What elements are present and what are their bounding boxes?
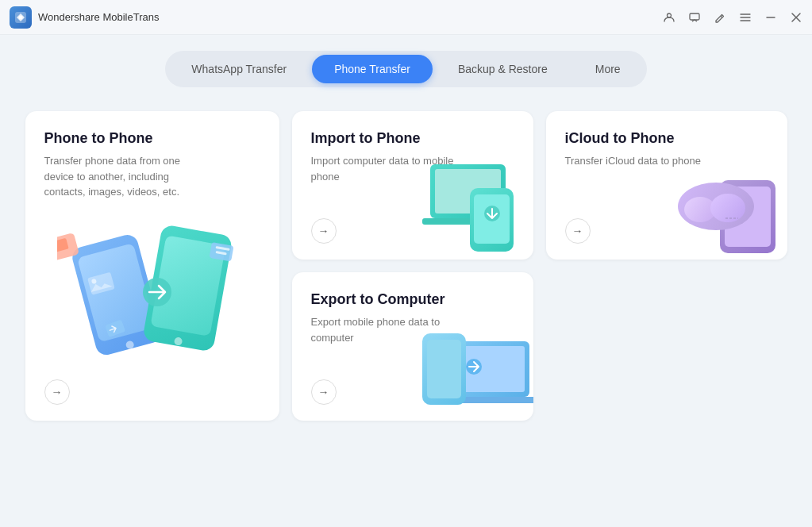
card-import-to-phone[interactable]: Import to Phone Import computer data to … bbox=[292, 111, 533, 260]
svg-point-2 bbox=[668, 13, 672, 17]
close-icon[interactable] bbox=[790, 11, 802, 24]
svg-rect-34 bbox=[427, 340, 461, 398]
card-export-to-computer[interactable]: Export to Computer Export mobile phone d… bbox=[292, 272, 533, 421]
svg-rect-3 bbox=[690, 13, 699, 20]
card-export-title: Export to Computer bbox=[311, 291, 514, 308]
account-icon[interactable] bbox=[663, 11, 675, 24]
svg-point-1 bbox=[19, 15, 23, 19]
edit-icon[interactable] bbox=[714, 11, 726, 24]
cards-grid: Phone to Phone Transfer phone data from … bbox=[25, 111, 787, 421]
menu-icon[interactable] bbox=[739, 11, 752, 24]
tab-backup[interactable]: Backup & Restore bbox=[436, 55, 570, 83]
minimize-icon[interactable] bbox=[764, 11, 777, 24]
card-phone-to-phone-arrow[interactable]: → bbox=[44, 379, 70, 405]
card-phone-to-phone-title: Phone to Phone bbox=[44, 130, 260, 147]
card-icloud-arrow[interactable]: → bbox=[565, 218, 591, 244]
card-phone-to-phone-desc: Transfer phone data from one device to a… bbox=[44, 153, 203, 200]
icloud-illustration bbox=[668, 148, 779, 252]
card-icloud-to-phone[interactable]: iCloud to Phone Transfer iCloud data to … bbox=[546, 111, 787, 260]
import-illustration bbox=[414, 148, 525, 252]
feedback-icon[interactable] bbox=[688, 11, 701, 24]
tab-phone[interactable]: Phone Transfer bbox=[312, 55, 433, 83]
card-export-arrow[interactable]: → bbox=[311, 379, 337, 405]
tab-more[interactable]: More bbox=[573, 55, 643, 83]
card-phone-to-phone[interactable]: Phone to Phone Transfer phone data from … bbox=[25, 111, 279, 421]
tab-whatsapp[interactable]: WhatsApp Transfer bbox=[169, 55, 309, 83]
card-icloud-title: iCloud to Phone bbox=[565, 130, 768, 147]
card-import-arrow[interactable]: → bbox=[311, 218, 337, 244]
nav-tabs: WhatsApp Transfer Phone Transfer Backup … bbox=[165, 51, 646, 87]
phone-to-phone-illustration bbox=[57, 198, 248, 373]
window-controls bbox=[663, 11, 802, 24]
card-import-title: Import to Phone bbox=[311, 130, 514, 147]
titlebar: Wondershare MobileTrans bbox=[0, 0, 812, 35]
main-content: WhatsApp Transfer Phone Transfer Backup … bbox=[0, 35, 812, 527]
export-illustration bbox=[414, 310, 525, 413]
app-logo bbox=[10, 6, 32, 29]
app-title: Wondershare MobileTrans bbox=[38, 11, 663, 23]
